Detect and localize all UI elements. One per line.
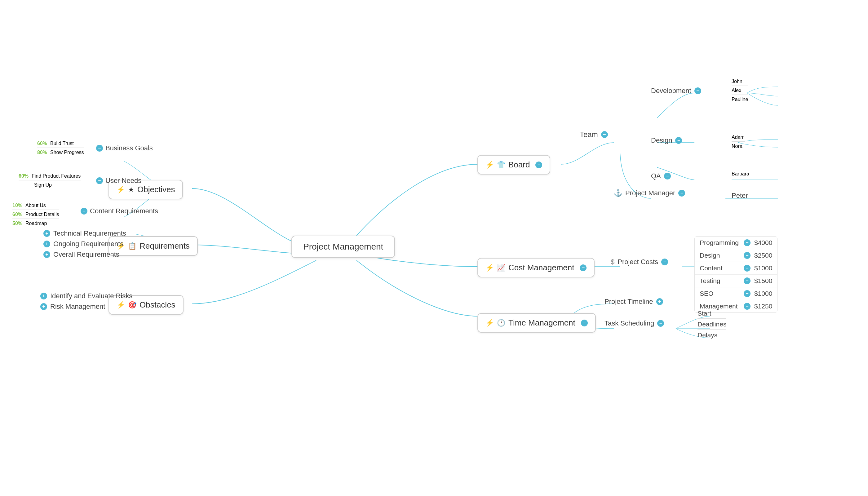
content-amount: $1000 — [754, 264, 772, 272]
design-row: Design − $2500 — [695, 249, 777, 262]
time-mgmt-node[interactable]: ⚡ 🕐 Time Management − — [477, 313, 596, 332]
proj-timeline-btn[interactable]: + — [656, 298, 663, 305]
testing-btn[interactable]: − — [744, 277, 750, 284]
requirements-label: Requirements — [140, 241, 190, 251]
req-icon: 📋 — [128, 242, 136, 250]
adam-item: Adam — [732, 133, 745, 142]
pm-label: Project Manager — [625, 189, 675, 197]
time-collapse-btn[interactable]: − — [581, 320, 588, 326]
seo-label: SEO — [700, 290, 740, 297]
task-sched-items: Start Deadlines Delays — [698, 308, 726, 340]
team-collapse-btn[interactable]: − — [601, 131, 608, 138]
content-req-text: Content Requirements — [90, 207, 158, 215]
deadlines-label: Deadlines — [698, 321, 726, 328]
risk-mgmt-btn[interactable]: + — [40, 303, 47, 310]
design-cost-btn[interactable]: − — [744, 252, 750, 259]
qa-node[interactable]: QA − — [651, 172, 671, 180]
project-costs-label: Project Costs — [618, 258, 658, 266]
obstacles-label: Obstacles — [140, 300, 175, 310]
content-req-group: 10% About Us 60% Product Details 50% Roa… — [12, 202, 59, 228]
barbara-item: Barbara — [732, 170, 749, 178]
board-node[interactable]: ⚡ 👕 Board − — [477, 155, 550, 174]
cost-mgmt-node[interactable]: ⚡ 📈 Cost Management − — [477, 258, 594, 277]
find-product-item: 60% Find Product Features — [19, 172, 81, 181]
delays-item: Delays — [698, 330, 726, 340]
project-costs-collapse-btn[interactable]: − — [661, 259, 668, 265]
programming-amount: $4000 — [754, 239, 772, 246]
product-details-pct: 60% — [12, 212, 22, 217]
ongoing-req-item[interactable]: + Ongoing Requirements — [43, 240, 126, 248]
design-collapse-btn[interactable]: − — [675, 137, 682, 144]
proj-timeline-label: Project Timeline — [604, 298, 653, 306]
risk-mgmt-item[interactable]: + Risk Management — [40, 303, 133, 311]
testing-row: Testing − $1500 — [695, 275, 777, 288]
project-costs-node[interactable]: $ Project Costs − — [611, 258, 668, 266]
design-amount: $2500 — [754, 252, 772, 259]
star-icon: ★ — [128, 186, 134, 194]
cost-icon: 📈 — [497, 264, 505, 272]
user-needs-node[interactable]: − User Needs — [96, 177, 141, 185]
dev-members: John Alex Pauline — [732, 78, 748, 104]
overall-req-item[interactable]: + Overall Requirements — [43, 250, 126, 259]
team-node[interactable]: Team − — [580, 130, 608, 139]
nora-item: Nora — [732, 142, 745, 150]
identify-risks-text: Identify and Evaluate Risks — [50, 292, 133, 300]
team-label: Team — [580, 130, 598, 139]
adam-label: Adam — [732, 135, 745, 140]
peter-label: Peter — [732, 191, 748, 199]
task-sched-node[interactable]: Task Scheduling − — [604, 319, 664, 327]
sign-up-label: Sign Up — [34, 182, 52, 188]
proj-timeline-node[interactable]: Project Timeline + — [604, 298, 663, 306]
time-bolt-icon: ⚡ — [485, 319, 494, 327]
pauline-label: Pauline — [732, 97, 748, 102]
programming-btn[interactable]: − — [744, 239, 750, 246]
dev-node[interactable]: Development − — [651, 87, 701, 95]
anchor-icon: ⚓ — [614, 189, 622, 197]
business-goals-node[interactable]: − Business Goals — [96, 144, 153, 152]
tech-req-btn[interactable]: + — [43, 230, 50, 237]
design-members: Adam Nora — [732, 133, 745, 150]
show-progress-pct: 80% — [37, 150, 47, 155]
board-icon: 👕 — [497, 161, 505, 169]
barbara-label: Barbara — [732, 171, 749, 177]
task-sched-btn[interactable]: − — [657, 320, 664, 327]
content-req-node[interactable]: − Content Requirements — [81, 207, 158, 215]
cost-collapse-btn[interactable]: − — [580, 264, 587, 271]
testing-label: Testing — [700, 277, 740, 284]
design-node[interactable]: Design − — [651, 136, 682, 144]
seo-row: SEO − $1000 — [695, 288, 777, 300]
management-btn[interactable]: − — [744, 303, 750, 310]
about-us-pct: 10% — [12, 203, 22, 208]
ongoing-req-text: Ongoing Requirements — [53, 240, 123, 248]
business-goals-btn[interactable]: − — [96, 145, 103, 152]
identify-risks-btn[interactable]: + — [40, 293, 47, 299]
qa-collapse-btn[interactable]: − — [664, 173, 671, 180]
build-trust-pct: 60% — [37, 141, 47, 146]
pm-node[interactable]: ⚓ Project Manager − — [614, 189, 685, 197]
user-needs-text: User Needs — [105, 177, 141, 185]
user-needs-btn[interactable]: − — [96, 177, 103, 184]
content-btn[interactable]: − — [744, 265, 750, 272]
roadmap-pct: 50% — [12, 221, 22, 226]
center-node: Project Management — [291, 236, 395, 258]
roadmap-item: 50% Roadmap — [12, 219, 59, 228]
risk-mgmt-text: Risk Management — [50, 303, 105, 311]
john-item: John — [732, 78, 748, 86]
cost-table: Programming − $4000 Design − $2500 Conte… — [694, 236, 777, 313]
board-collapse-btn[interactable]: − — [536, 161, 542, 168]
start-item: Start — [698, 308, 726, 319]
product-details-label: Product Details — [26, 212, 59, 217]
identify-risks-item[interactable]: + Identify and Evaluate Risks — [40, 292, 133, 300]
pm-collapse-btn[interactable]: − — [678, 190, 685, 197]
overall-req-btn[interactable]: + — [43, 251, 50, 258]
ongoing-req-btn[interactable]: + — [43, 241, 50, 247]
seo-btn[interactable]: − — [744, 290, 750, 297]
content-label: Content — [700, 264, 740, 272]
tech-req-item[interactable]: + Technical Requirements — [43, 229, 126, 237]
john-label: John — [732, 79, 742, 84]
content-req-btn[interactable]: − — [81, 208, 88, 215]
dev-collapse-btn[interactable]: − — [694, 88, 701, 94]
pauline-item: Pauline — [732, 95, 748, 104]
bolt-icon: ⚡ — [117, 186, 125, 194]
design-cost-label: Design — [700, 252, 740, 259]
